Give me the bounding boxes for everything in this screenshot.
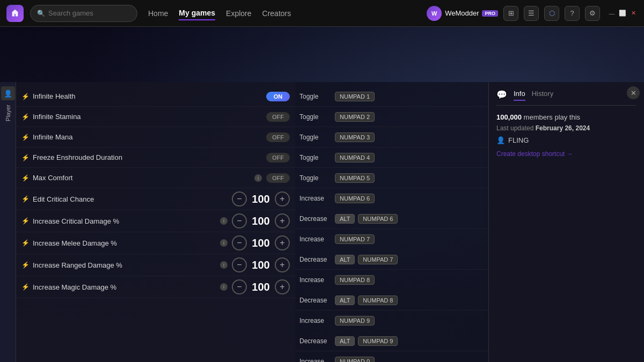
members-text: 100,000 members play this <box>496 113 636 121</box>
increase-critical-damage[interactable]: + <box>275 213 290 228</box>
key-chip: NUMPAD 7 <box>335 234 375 244</box>
mod-increase-critical-damage: ⚡ Increase Critical Damage % i − 100 + <box>16 210 295 232</box>
minimize-button[interactable]: — <box>608 9 616 18</box>
main-layout: 👤 Player ⚡ Infinite Health ON ⚡ Infinite… <box>0 82 644 362</box>
author-icon: 👤 <box>496 136 505 144</box>
mod-info-badge[interactable]: i <box>220 261 228 269</box>
search-box[interactable]: 🔍 <box>30 5 137 22</box>
toggle-max-comfort[interactable]: OFF <box>266 173 290 183</box>
key-chip-alt: ALT <box>335 255 355 264</box>
increase-melee-damage[interactable]: + <box>275 235 290 250</box>
key-chip: NUMPAD 8 <box>358 295 398 305</box>
nav-links: Home My games Explore Creators <box>148 6 291 20</box>
decrease-critical-damage[interactable]: − <box>232 213 247 228</box>
keybind-increase-label: Increase <box>299 358 332 362</box>
keybind-increase-label: Increase <box>299 276 332 284</box>
mods-panel: ⚡ Infinite Health ON ⚡ Infinite Stamina … <box>16 82 295 362</box>
mod-freeze-duration: ⚡ Freeze Enshrouded Duration OFF <box>16 147 295 168</box>
lightning-icon: ⚡ <box>21 154 30 161</box>
toggle-infinite-health[interactable]: ON <box>266 92 290 101</box>
key-chip: NUMPAD 1 <box>335 92 375 101</box>
mod-name: Infinite Health <box>33 92 266 100</box>
info-close-button[interactable]: ✕ <box>627 86 640 99</box>
user-name: WeModder <box>445 9 479 17</box>
toggle-freeze-duration[interactable]: OFF <box>266 153 290 162</box>
nav-creators[interactable]: Creators <box>262 7 291 20</box>
key-chip: NUMPAD 5 <box>335 173 375 183</box>
app-logo <box>6 5 24 22</box>
decrease-magic-damage[interactable]: − <box>232 279 247 294</box>
keybind-increase-label: Increase <box>299 195 332 202</box>
nav-home[interactable]: Home <box>148 7 168 20</box>
increase-magic-damage[interactable]: + <box>275 279 290 294</box>
key-chip-alt: ALT <box>335 214 355 224</box>
create-shortcut-link[interactable]: Create desktop shortcut → <box>496 150 573 158</box>
mod-info-badge[interactable]: i <box>220 239 228 247</box>
keybind-decrease-label: Decrease <box>299 297 332 304</box>
pro-badge: PRO <box>482 10 498 17</box>
keybind-increase-label: Increase <box>299 317 332 324</box>
mod-increase-melee-damage: ⚡ Increase Melee Damage % i − 100 + <box>16 232 295 254</box>
stepper-critical-damage: − 100 + <box>232 213 290 228</box>
mod-increase-magic-damage: ⚡ Increase Magic Damage % i − 100 + <box>16 276 295 298</box>
increase-critical-chance[interactable]: + <box>275 191 290 206</box>
key-chip: NUMPAD 9 <box>335 316 375 326</box>
comment-icon[interactable]: 💬 <box>496 90 507 101</box>
list-view-button[interactable]: ☰ <box>524 6 539 21</box>
nav-explore[interactable]: Explore <box>226 7 251 20</box>
mod-name: Infinite Mana <box>33 133 266 141</box>
lightning-icon: ⚡ <box>21 239 30 247</box>
info-panel: ✕ 💬 Info History 100,000 members play th… <box>488 82 644 362</box>
maximize-button[interactable]: ⬜ <box>618 9 627 18</box>
decrease-ranged-damage[interactable]: − <box>232 257 247 272</box>
discord-button[interactable]: ⬡ <box>544 6 559 21</box>
info-tabs: 💬 Info History <box>496 90 636 106</box>
toggle-infinite-stamina[interactable]: OFF <box>266 112 290 122</box>
stepper-ranged-damage: − 100 + <box>232 257 290 272</box>
decrease-melee-damage[interactable]: − <box>232 235 247 250</box>
decrease-critical-chance[interactable]: − <box>232 191 247 206</box>
player-tab-label: Player <box>5 105 11 121</box>
mod-infinite-mana: ⚡ Infinite Mana OFF <box>16 127 295 147</box>
lightning-icon: ⚡ <box>21 217 30 225</box>
mod-edit-critical-chance: ⚡ Edit Critical Chance − 100 + <box>16 188 295 210</box>
tab-info[interactable]: Info <box>514 90 525 101</box>
key-chip: NUMPAD 7 <box>358 255 398 264</box>
lightning-icon: ⚡ <box>21 195 30 203</box>
side-tab: 👤 Player <box>0 82 16 362</box>
toggle-infinite-mana[interactable]: OFF <box>266 132 290 142</box>
user-avatar: W <box>427 6 442 21</box>
mod-name: Freeze Enshrouded Duration <box>33 153 266 161</box>
key-chip: NUMPAD 8 <box>335 275 375 285</box>
keybind-toggle-label: Toggle <box>299 113 332 121</box>
keybind-toggle-label: Toggle <box>299 174 332 182</box>
keybind-toggle-label: Toggle <box>299 93 332 100</box>
grid-view-button[interactable]: ⊞ <box>503 6 518 21</box>
value-melee-damage: 100 <box>250 237 272 249</box>
close-button[interactable]: ✕ <box>629 9 638 18</box>
search-icon: 🔍 <box>37 10 45 17</box>
key-chip: NUMPAD 4 <box>335 153 375 162</box>
keybind-decrease-label: Decrease <box>299 256 332 263</box>
user-badge: W WeModder PRO <box>427 6 498 21</box>
keybind-toggle-label: Toggle <box>299 154 332 161</box>
lightning-icon: ⚡ <box>21 283 30 291</box>
search-input[interactable] <box>48 9 130 17</box>
increase-ranged-damage[interactable]: + <box>275 257 290 272</box>
lightning-icon: ⚡ <box>21 174 30 182</box>
mod-info-badge[interactable]: i <box>254 174 262 182</box>
player-icon[interactable]: 👤 <box>1 86 15 100</box>
mod-info-badge[interactable]: i <box>220 283 228 291</box>
keybind-toggle-label: Toggle <box>299 134 332 141</box>
value-magic-damage: 100 <box>250 281 272 293</box>
tab-history[interactable]: History <box>532 90 553 101</box>
key-chip: NUMPAD 9 <box>358 336 398 346</box>
nav-my-games[interactable]: My games <box>179 6 215 20</box>
mod-info-badge[interactable]: i <box>220 217 228 225</box>
settings-button[interactable]: ⚙ <box>585 6 600 21</box>
help-button[interactable]: ? <box>565 6 580 21</box>
value-critical-chance: 100 <box>250 193 272 205</box>
keybind-decrease-label: Decrease <box>299 337 332 345</box>
mod-infinite-health: ⚡ Infinite Health ON <box>16 86 295 107</box>
value-ranged-damage: 100 <box>250 259 272 271</box>
